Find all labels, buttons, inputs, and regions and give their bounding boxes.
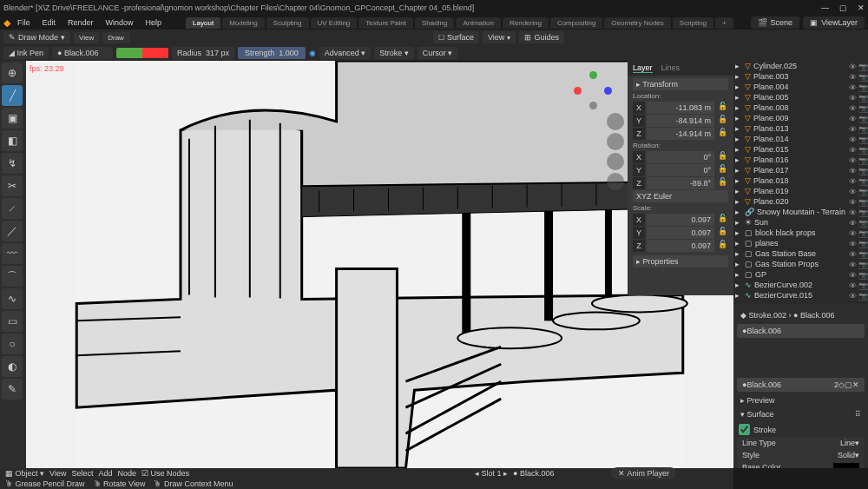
stroke-checkbox[interactable] [739,424,750,435]
tool-eyedrop[interactable]: ⟋ [2,198,23,219]
loc-z[interactable]: -14.914 m [647,128,714,140]
minimize-icon[interactable]: — [821,3,829,12]
tab-shading[interactable]: Shading [415,17,454,29]
anim-player[interactable]: ✕ Anim Player [611,467,676,479]
tab-modeling[interactable]: Modeling [222,17,264,29]
view-selector[interactable]: View ▾ [483,31,516,43]
outliner-row[interactable]: ▸🔗Snowy Mountain - Terrain👁📷 [733,207,868,217]
tool-polyline[interactable]: 〰 [2,243,23,264]
close-icon[interactable]: ✕ [858,3,865,12]
tool-annotate[interactable]: ✎ [2,379,23,400]
linetype-select[interactable]: Line TypeLine ▾ [737,437,865,449]
footer-add[interactable]: Add [98,469,112,478]
tool-line[interactable]: ／ [2,221,23,241]
outliner-row[interactable]: ▸▽Plane.004👁📷 [733,82,868,92]
material-list[interactable]: ● Black.006 [737,324,865,338]
loc-x[interactable]: -11.083 m [647,102,714,114]
properties-header[interactable]: ▸ Properties [633,255,728,268]
style-select[interactable]: StyleSolid ▾ [737,449,865,461]
tool-cutter[interactable]: ✂ [2,175,23,196]
maximize-icon[interactable]: ▢ [839,3,847,12]
mode-selector[interactable]: ✎Draw Mode▾ [3,31,70,43]
rot-mode[interactable]: XYZ Euler [633,190,728,202]
transform-header[interactable]: ▸ Transform [633,78,728,90]
material-slot[interactable]: ● Black.006 [52,47,113,59]
tab-sculpting[interactable]: Sculpting [266,17,309,29]
stroke-menu[interactable]: Stroke ▾ [374,47,414,59]
tool-arc[interactable]: ⌒ [2,266,23,287]
persp-icon[interactable] [607,173,624,190]
outliner-row[interactable]: ▸∿BezierCurve.002👁📷 [733,280,868,290]
scl-y[interactable]: 0.097 [647,227,714,239]
outliner-row[interactable]: ▸▽Plane.013👁📷 [733,123,868,134]
pan-icon[interactable] [607,133,624,150]
tool-tint[interactable]: ↯ [2,153,23,174]
zoom-icon[interactable] [607,113,624,130]
nav-gizmo[interactable] [574,71,612,109]
outliner-row[interactable]: ▸▽Plane.016👁📷 [733,155,868,165]
tool-interpolate[interactable]: ◐ [2,356,23,377]
outliner-row[interactable]: ▸▢Gas Station Props👁📷 [733,259,868,269]
color-gradient[interactable] [116,48,168,58]
radius-field[interactable]: Radius 317 px [172,47,234,59]
outliner-row[interactable]: ▸▽Plane.008👁📷 [733,102,868,113]
outliner-row[interactable]: ▸▽Cylinder.025👁📷 [733,61,868,71]
npanel-tab-lines[interactable]: Lines [661,63,681,73]
surface-header[interactable]: ▾ Surface⠿ [737,408,865,420]
rot-x[interactable]: 0° [647,151,714,163]
scene-selector[interactable]: 🎬Scene [751,17,800,29]
crumb-stroke[interactable]: ◆ Stroke.002 [740,311,786,320]
footer-view[interactable]: View [49,469,66,478]
menu-file[interactable]: File [12,18,36,27]
slot-select[interactable]: ◂ Slot 1 ▸ [475,469,508,478]
tool-curve[interactable]: ∿ [2,288,23,309]
cursor-menu[interactable]: Cursor ▾ [418,47,458,59]
header-view[interactable]: View [74,32,99,43]
menu-window[interactable]: Window [101,18,139,27]
outliner-row[interactable]: ▸▽Plane.003👁📷 [733,71,868,82]
outliner-row[interactable]: ▸▽Plane.019👁📷 [733,186,868,196]
loc-y[interactable]: -84.914 m [647,115,714,127]
viewlayer-selector[interactable]: ▣ViewLayer [803,17,865,29]
scl-z[interactable]: 0.097 [647,240,714,252]
tab-texpaint[interactable]: Texture Paint [358,17,413,29]
viewport[interactable]: fps: 23.29 Layer Lines ▸ Transform Locat… [26,61,733,468]
tab-layout[interactable]: Layout [186,17,220,29]
surface-toggle[interactable]: ☐ Surface [433,31,479,43]
advanced-menu[interactable]: Advanced ▾ [319,47,372,59]
npanel-tab-layer[interactable]: Layer [633,63,653,73]
tool-erase[interactable]: ◧ [2,130,23,151]
tab-add[interactable]: + [715,17,733,29]
basecolor[interactable]: Base Color [737,461,865,468]
outliner-row[interactable]: ▸▽Plane.017👁📷 [733,165,868,175]
tab-uv[interactable]: UV Editing [311,17,358,29]
outliner-row[interactable]: ▸▢GP👁📷 [733,269,868,280]
outliner-row[interactable]: ▸▢planes👁📷 [733,238,868,248]
use-nodes[interactable]: ☑ Use Nodes [141,469,189,478]
header-draw[interactable]: Draw [102,32,129,43]
tool-box[interactable]: ▭ [2,311,23,332]
outliner-row[interactable]: ▸☀Sun👁📷 [733,217,868,228]
brush-preset[interactable]: ◢ Ink Pen [3,47,49,59]
preview-header[interactable]: ▸ Preview [737,394,865,406]
camera-icon[interactable] [607,153,624,170]
outliner-row[interactable]: ▸▽Plane.014👁📷 [733,134,868,144]
guides-toggle[interactable]: ⊞Guides [519,31,564,43]
tool-cursor[interactable]: ⊕ [2,63,23,83]
footer-node[interactable]: Node [117,469,136,478]
tool-circle[interactable]: ○ [2,334,23,354]
menu-edit[interactable]: Edit [37,18,62,27]
rot-y[interactable]: 0° [647,164,714,176]
menu-help[interactable]: Help [141,18,168,27]
crumb-material[interactable]: ● Black.006 [793,311,834,320]
tab-scripting[interactable]: Scripting [673,17,713,29]
outliner-row[interactable]: ▸▽Plane.005👁📷 [733,92,868,102]
menu-render[interactable]: Render [62,18,99,27]
outliner-row[interactable]: ▸▽Plane.015👁📷 [733,144,868,155]
footer-select[interactable]: Select [71,469,93,478]
outliner-row[interactable]: ▸▽Plane.009👁📷 [733,113,868,123]
tab-geonodes[interactable]: Geometry Nodes [604,17,670,29]
strength-field[interactable]: Strength 1.000 [238,47,306,59]
rot-z[interactable]: -89.8° [647,177,714,189]
scl-x[interactable]: 0.097 [647,214,714,226]
